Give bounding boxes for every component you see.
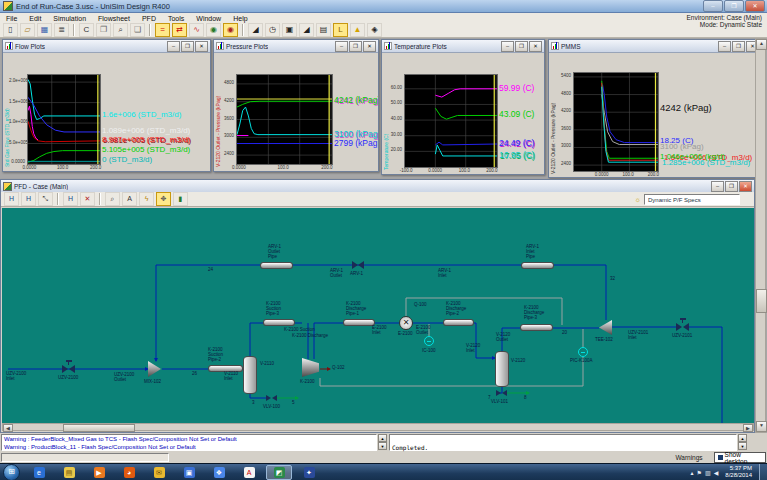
minimize-button[interactable]: – (711, 181, 724, 192)
menu-simulation[interactable]: Simulation (47, 15, 92, 22)
solver-hold-button[interactable]: = (155, 23, 170, 37)
zoom-tool-button[interactable]: ⌕ (105, 192, 120, 206)
ramp-button[interactable]: ◢ (248, 23, 263, 37)
pfd-cooler-E-2100[interactable]: ✕ (399, 316, 413, 330)
plot-window-temperature[interactable]: Temperature Plots–❐✕Temperature (C)60.00… (381, 39, 545, 175)
pfd-pipe-K-2100 Discharge Pipe-3[interactable] (520, 324, 553, 331)
dynamic-specs-dropdown[interactable]: Dynamic P/F Specs (644, 194, 740, 205)
pfd-valve-ARV-1[interactable] (352, 261, 364, 269)
pfd-valve-UZV-2100[interactable] (62, 365, 75, 373)
minimize-button[interactable]: – (335, 41, 348, 52)
trace-window[interactable]: Warning : FeederBlock_Mixed Gas to TCS -… (1, 434, 377, 451)
plot-pmms-area[interactable] (573, 72, 659, 172)
pfd-controller-PIC-K100A[interactable] (578, 347, 588, 357)
pfd-valve-UZV-2101[interactable] (676, 323, 689, 331)
menu-help[interactable]: Help (227, 15, 253, 22)
pfd-valve-VLV-101[interactable] (496, 390, 507, 397)
status-spinner[interactable]: ▲▼ (738, 434, 747, 450)
taskbar-media-player[interactable]: ▶ (86, 465, 112, 480)
start-button[interactable]: ⊞ (3, 464, 20, 480)
pfd-canvas[interactable]: ✕UZV-2100 InletUZV-2100UZV-2100 OutletMI… (2, 208, 754, 426)
menu-file[interactable]: File (0, 15, 23, 22)
tray-hidden-icons-icon[interactable]: ▴ (691, 469, 694, 476)
close-button[interactable]: ✕ (745, 0, 765, 12)
plot-pressure-area[interactable] (236, 74, 333, 165)
navigator-button[interactable]: ❏ (130, 23, 145, 37)
taskbar-windows-explorer[interactable]: ▤ (56, 465, 82, 480)
taskbar-firefox[interactable]: ◕ (116, 465, 142, 480)
view-red-button[interactable]: ◉ (223, 23, 238, 37)
menu-window[interactable]: Window (190, 15, 227, 22)
maximize-button[interactable]: ❐ (725, 181, 738, 192)
minimize-button[interactable]: – (167, 41, 180, 52)
minimize-button[interactable]: – (703, 0, 723, 12)
taskbar-internet-explorer[interactable]: e (26, 465, 52, 480)
break-connection-button[interactable]: H (63, 192, 78, 206)
solver-active-button[interactable]: ⇄ (172, 23, 187, 37)
menu-flowsheet[interactable]: Flowsheet (92, 15, 136, 22)
move-tool-button[interactable]: ✥ (156, 192, 171, 206)
add-text-button[interactable]: A (122, 192, 137, 206)
pfd-window[interactable]: PFD - Case (Main)–❐✕HH⤡H✕⌕Aϟ✥▮☼Dynamic P… (0, 179, 755, 433)
resize-button[interactable]: ⤡ (38, 192, 53, 206)
pfd-horizontal-scrollbar[interactable]: ◀▶ (2, 423, 754, 431)
pfd-pipe-K-2100 Suction Pipe-3[interactable] (263, 319, 295, 326)
pfd-vessel-V-2110[interactable] (243, 356, 257, 394)
strip-charts-button[interactable]: ▤ (316, 23, 331, 37)
scroll-up-arrow[interactable]: ▲ (756, 39, 767, 50)
menu-pfd[interactable]: PFD (136, 15, 162, 22)
close-button[interactable]: ✕ (195, 41, 208, 52)
logger-button[interactable]: L (333, 23, 348, 37)
minimize-button[interactable]: – (718, 41, 731, 52)
tray-action-center-icon[interactable]: ⚑ (697, 469, 702, 476)
taskbar-network-app[interactable]: ✦ (296, 465, 322, 480)
scroll-left-arrow[interactable]: ◀ (3, 424, 13, 432)
plot-temperature-area[interactable] (404, 74, 498, 168)
scroll-down-arrow[interactable]: ▼ (756, 421, 767, 432)
size-mode-button[interactable]: H (21, 192, 36, 206)
plot-window-pressure[interactable]: Pressure Plots–❐✕V-2120 Outlet - Pressur… (213, 39, 379, 172)
colour-scheme-button[interactable]: ▮ (173, 192, 188, 206)
close-button[interactable]: ✕ (739, 181, 752, 192)
maximize-button[interactable]: ❐ (515, 41, 528, 52)
menu-tools[interactable]: Tools (162, 15, 190, 22)
warnings-tool-button[interactable]: ▲ (350, 23, 365, 37)
trace-spinner[interactable]: ▲▼ (378, 434, 387, 450)
pfd-controller-IC-100[interactable] (424, 336, 434, 346)
ramp2-button[interactable]: ◢ (299, 23, 314, 37)
taskbar-system-tool[interactable]: ❖ (206, 465, 232, 480)
pfd-pipe-ARV-1 Outlet Pipe[interactable] (260, 262, 293, 269)
taskbar-devices[interactable]: ▣ (176, 465, 202, 480)
mdi-vertical-scrollbar[interactable]: ▲ ▼ (755, 38, 766, 433)
swap-attachments-button[interactable]: ✕ (80, 192, 95, 206)
taskbar-clock[interactable]: 5:37 PM 8/28/2014 (725, 465, 752, 479)
pfd-vessel-V-2120[interactable] (495, 351, 509, 387)
scroll-thumb[interactable] (756, 289, 767, 313)
taskbar-unisim-design[interactable]: ◩ (266, 465, 292, 480)
maximize-button[interactable]: ❐ (732, 41, 745, 52)
tray-network-icon[interactable]: ▥ (705, 469, 711, 476)
taskbar-outlook[interactable]: ✉ (146, 465, 172, 480)
plot-window-flow[interactable]: Flow Plots–❐✕Std Gas Flow (STD_m3/d)2.0e… (2, 39, 211, 172)
pfd-pipe-ARV-1 Inlet Pipe[interactable] (521, 262, 554, 269)
pfd-pipe-K-2100 Discharge Pipe-2[interactable] (443, 319, 474, 326)
quick-route-button[interactable]: ϟ (139, 192, 154, 206)
maximize-button[interactable]: ❐ (724, 0, 744, 12)
scroll-thumb[interactable] (63, 424, 135, 432)
event-scheduler-button[interactable]: ▣ (282, 23, 297, 37)
warnings-status[interactable]: Warnings (666, 454, 712, 461)
tray-volume-icon[interactable]: ◀ (714, 469, 719, 476)
maximize-button[interactable]: ❐ (349, 41, 362, 52)
maximize-button[interactable]: ❐ (181, 41, 194, 52)
scroll-right-arrow[interactable]: ▶ (743, 424, 753, 432)
copy-button[interactable]: C (79, 23, 94, 37)
plot-flow-area[interactable] (27, 74, 101, 165)
close-button[interactable]: ✕ (529, 41, 542, 52)
minimize-button[interactable]: – (501, 41, 514, 52)
find-button[interactable]: ⌕ (113, 23, 128, 37)
pfd-pipe-K-2100 Discharge Pipe-1[interactable] (343, 319, 375, 326)
taskbar-acrobat-reader[interactable]: A (236, 465, 262, 480)
save-case-button[interactable]: ▦ (37, 23, 52, 37)
print-button[interactable]: ≣ (54, 23, 69, 37)
show-desktop-button[interactable] (759, 464, 767, 480)
